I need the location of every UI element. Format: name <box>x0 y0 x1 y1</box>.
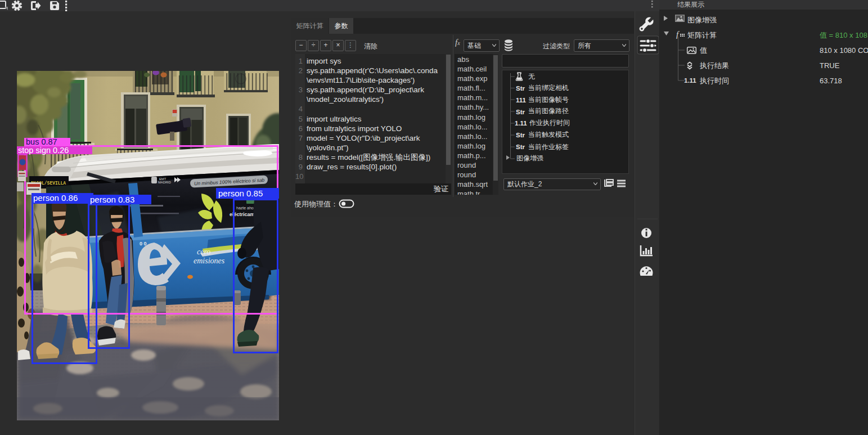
svg-text:0 0: 0 0 <box>140 241 147 246</box>
svg-text:Str: Str <box>516 85 525 92</box>
svg-text:person 0.83: person 0.83 <box>90 195 134 204</box>
svg-text:1.11: 1.11 <box>515 120 527 127</box>
svg-text:Str: Str <box>516 132 525 138</box>
svg-text:Str: Str <box>516 143 525 150</box>
svg-text:111: 111 <box>516 97 527 104</box>
svg-text:Str: Str <box>516 109 525 115</box>
svg-text:f: f <box>676 30 680 39</box>
svg-text:1.11: 1.11 <box>684 77 696 84</box>
svg-text:emisiones: emisiones <box>194 257 225 265</box>
svg-text:bus 0.87: bus 0.87 <box>26 137 57 146</box>
svg-text:person 0.85: person 0.85 <box>218 189 263 198</box>
svg-text:cero: cero <box>197 248 210 256</box>
svg-text:MADRID: MADRID <box>158 181 171 184</box>
svg-text:person 0.86: person 0.86 <box>33 193 78 203</box>
